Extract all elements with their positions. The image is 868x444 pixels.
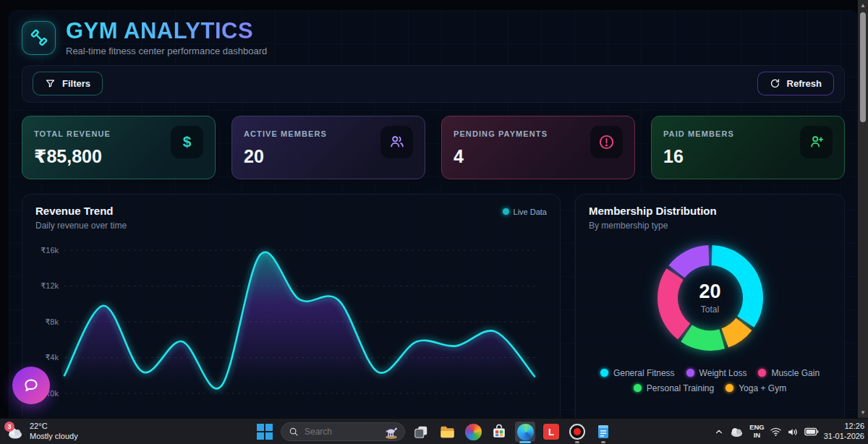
alert-icon (590, 126, 623, 158)
revenue-trend-panel: Revenue Trend Daily revenue over time Li… (22, 194, 561, 418)
taskbar-app-recorder[interactable] (567, 422, 587, 442)
membership-distribution-panel: Membership Distribution By membership ty… (575, 194, 845, 418)
weather-alert-badge: 3 (4, 422, 14, 432)
legend-dot-icon (600, 369, 608, 377)
legend-item[interactable]: Muscle Gain (758, 368, 820, 378)
revenue-chart-subtitle: Daily revenue over time (35, 221, 127, 231)
volume-icon[interactable] (787, 427, 799, 437)
y-tick-label: ₹12k (41, 281, 59, 291)
tray-chevron-up-icon[interactable] (714, 427, 724, 437)
legend-item[interactable]: General Fitness (600, 368, 675, 378)
weather-temperature: 22°C (30, 422, 78, 432)
chat-fab-button[interactable] (12, 367, 50, 404)
chat-icon (22, 377, 40, 394)
stat-value: ₹85,800 (34, 146, 111, 167)
task-view-icon (413, 424, 429, 440)
membership-donut-wrap: 20 Total (649, 236, 772, 359)
stat-cards-row: TOTAL REVENUE ₹85,800 $ ACTIVE MEMBERS 2… (22, 116, 845, 179)
filter-toolbar: Filters Refresh (22, 65, 845, 103)
taskbar-app-file-explorer[interactable] (437, 422, 457, 442)
membership-donut-chart[interactable] (649, 236, 772, 359)
taskbar-app-copilot[interactable] (463, 422, 483, 442)
donut-segment-weight-loss[interactable] (668, 245, 709, 278)
clock-widget[interactable]: 12:26 31-01-2026 (824, 422, 864, 442)
search-highlight-horse-image (383, 424, 400, 440)
taskbar-search[interactable] (281, 422, 405, 441)
language-indicator[interactable]: ENG IN (749, 424, 765, 440)
legend-dot-icon (634, 384, 642, 392)
taskbar-center: L (255, 419, 613, 444)
legend-label: Yoga + Gym (739, 383, 786, 393)
donut-segment-muscle-gain[interactable] (658, 268, 690, 339)
revenue-chart-title: Revenue Trend (35, 205, 127, 217)
stat-label: TOTAL REVENUE (34, 129, 111, 138)
edge-icon (517, 424, 534, 440)
notepad-running-indicator (601, 441, 605, 443)
taskbar-app-task-view[interactable] (411, 422, 431, 442)
l-app-icon: L (543, 424, 559, 440)
legend-item[interactable]: Personal Training (634, 383, 714, 393)
membership-chart-subtitle: By membership type (589, 221, 831, 231)
filters-button-label: Filters (62, 78, 90, 89)
weather-widget[interactable]: 3 22°C Mostly cloudy (6, 419, 78, 444)
microsoft-store-icon (491, 424, 507, 440)
legend-dot-icon (726, 384, 733, 392)
live-data-label: Live Data (514, 208, 547, 216)
legend-label: Muscle Gain (771, 368, 820, 378)
membership-chart-title: Membership Distribution (589, 205, 831, 217)
taskbar-app-edge[interactable] (515, 422, 535, 442)
dollar-icon: $ (171, 126, 203, 158)
stat-card-pending-payments: PENDING PAYMENTS 4 (441, 116, 635, 179)
search-input[interactable] (305, 427, 377, 437)
donut-segment-general-fitness[interactable] (711, 245, 762, 328)
legend-dot-icon (686, 369, 694, 377)
scrollbar-thumb[interactable] (860, 12, 866, 122)
weather-condition: Mostly cloudy (30, 432, 78, 442)
app-header: GYM ANALYTICS Real-time fitness center p… (9, 10, 858, 64)
edge-active-indicator (519, 441, 531, 443)
y-tick-label: ₹16k (41, 246, 59, 255)
notepad-icon (596, 424, 610, 440)
taskbar-app-microsoft-store[interactable] (489, 422, 509, 442)
charts-row: Revenue Trend Daily revenue over time Li… (22, 194, 845, 418)
y-tick-label: ₹8k (45, 317, 59, 327)
legend-dot-icon (758, 369, 766, 377)
refresh-icon (770, 78, 780, 89)
file-explorer-icon (439, 424, 456, 440)
stat-label: PENDING PAYMENTS (454, 129, 548, 138)
stat-value: 20 (244, 146, 327, 167)
live-data-legend[interactable]: Live Data (503, 208, 547, 216)
stat-card-total-revenue: TOTAL REVENUE ₹85,800 $ (22, 116, 216, 179)
legend-item[interactable]: Yoga + Gym (726, 383, 786, 393)
search-icon (289, 427, 299, 437)
refresh-button[interactable]: Refresh (757, 72, 834, 95)
scrollbar-down-arrow[interactable]: ▼ (858, 409, 868, 416)
donut-segment-personal-training[interactable] (681, 325, 725, 351)
users-icon (380, 126, 413, 158)
legend-label: Personal Training (647, 383, 714, 393)
stat-card-active-members: ACTIVE MEMBERS 20 (231, 116, 425, 179)
tray-date: 31-01-2026 (824, 432, 864, 442)
funnel-icon (45, 78, 56, 89)
taskbar-app-l[interactable]: L (541, 422, 561, 442)
page-subtitle: Real-time fitness center performance das… (66, 46, 267, 56)
user-plus-icon (800, 126, 833, 158)
wifi-icon[interactable] (770, 427, 782, 437)
filters-button[interactable]: Filters (33, 72, 103, 95)
scrollbar-up-arrow[interactable]: ▲ (858, 2, 868, 9)
onedrive-cloud-icon[interactable] (729, 426, 744, 437)
windows-taskbar: 3 22°C Mostly cloudy (0, 418, 868, 444)
stat-value: 16 (663, 146, 734, 167)
recorder-running-indicator (575, 441, 579, 443)
page-title: GYM ANALYTICS (66, 20, 267, 43)
page-scrollbar: ▲ ▼ (858, 0, 868, 418)
windows-logo-icon (257, 424, 273, 440)
legend-item[interactable]: Weight Loss (686, 368, 747, 378)
legend-label: Weight Loss (699, 368, 747, 378)
battery-icon[interactable] (804, 427, 819, 436)
revenue-chart-area: ₹16k₹12k₹8k₹4k₹0k (35, 239, 547, 397)
stat-label: ACTIVE MEMBERS (244, 129, 327, 138)
taskbar-app-notepad[interactable] (593, 422, 613, 442)
start-button[interactable] (255, 422, 275, 442)
revenue-line-chart[interactable] (61, 239, 540, 397)
